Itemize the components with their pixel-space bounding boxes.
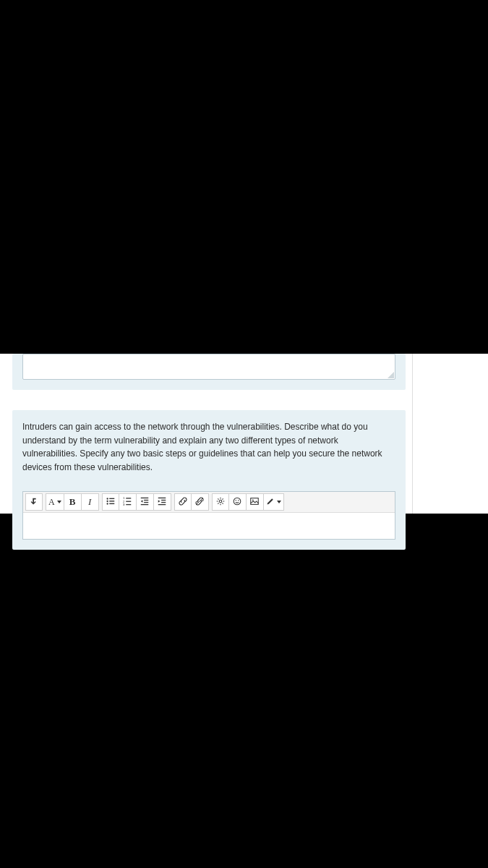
font-style-dropdown[interactable]: A — [46, 493, 64, 511]
question-card: Intruders can gain access to the network… — [12, 410, 406, 550]
more-tools-dropdown[interactable] — [264, 493, 284, 511]
bold-button[interactable]: B — [64, 493, 82, 511]
svg-rect-3 — [109, 501, 114, 502]
svg-rect-7 — [126, 498, 131, 499]
settings-button[interactable] — [212, 493, 229, 511]
unlink-button[interactable] — [192, 493, 209, 511]
svg-text:3: 3 — [123, 503, 125, 507]
unlink-icon — [194, 496, 205, 508]
smiley-icon — [232, 496, 242, 508]
numbered-list-button[interactable]: 123 — [119, 493, 137, 511]
main-column: Intruders can gain access to the network… — [12, 354, 406, 570]
svg-point-2 — [106, 501, 108, 502]
svg-point-22 — [234, 498, 241, 506]
svg-rect-17 — [161, 500, 166, 501]
svg-point-26 — [252, 500, 254, 501]
chevron-down-icon — [57, 501, 61, 503]
rich-text-editor: A B I 12 — [22, 491, 395, 540]
link-button[interactable] — [174, 493, 192, 511]
bullet-list-button[interactable] — [102, 493, 119, 511]
outdent-button[interactable] — [137, 493, 154, 511]
svg-point-4 — [106, 503, 108, 505]
svg-rect-13 — [144, 500, 148, 501]
indent-icon — [157, 496, 167, 508]
emoji-button[interactable] — [229, 493, 247, 511]
svg-rect-18 — [161, 502, 166, 503]
svg-rect-25 — [251, 498, 259, 505]
chevron-down-icon — [277, 501, 281, 503]
numbered-list-icon: 123 — [122, 496, 132, 508]
bullet-list-icon — [106, 496, 116, 508]
svg-point-21 — [219, 501, 222, 503]
previous-answer-textarea[interactable] — [22, 354, 395, 380]
previous-answer-card — [12, 354, 406, 390]
question-prompt: Intruders can gain access to the network… — [22, 420, 395, 474]
svg-rect-1 — [109, 498, 114, 499]
image-icon — [249, 496, 260, 508]
editor-toolbar: A B I 12 — [23, 492, 395, 513]
toolbar-toggle-icon — [29, 496, 39, 508]
svg-rect-11 — [126, 504, 131, 505]
svg-rect-5 — [109, 503, 114, 504]
svg-rect-14 — [144, 502, 148, 503]
svg-point-0 — [106, 498, 108, 500]
outdent-icon — [140, 496, 150, 508]
svg-rect-15 — [141, 504, 149, 505]
font-label: A — [48, 497, 55, 508]
italic-button[interactable]: I — [82, 493, 99, 511]
svg-rect-9 — [126, 501, 131, 502]
image-button[interactable] — [247, 493, 264, 511]
indent-button[interactable] — [154, 493, 171, 511]
resize-handle-icon[interactable] — [388, 372, 394, 378]
svg-point-24 — [238, 500, 239, 501]
content-viewport: Intruders can gain access to the network… — [0, 354, 488, 514]
editor-textarea[interactable] — [23, 513, 395, 539]
svg-rect-19 — [158, 504, 166, 505]
link-icon — [178, 496, 188, 508]
toolbar-toggle-button[interactable] — [25, 493, 43, 511]
gear-icon — [215, 496, 226, 508]
svg-rect-12 — [141, 498, 149, 498]
svg-rect-16 — [158, 498, 166, 498]
right-divider — [412, 354, 413, 514]
svg-point-23 — [236, 500, 236, 501]
pencil-icon — [266, 497, 275, 507]
